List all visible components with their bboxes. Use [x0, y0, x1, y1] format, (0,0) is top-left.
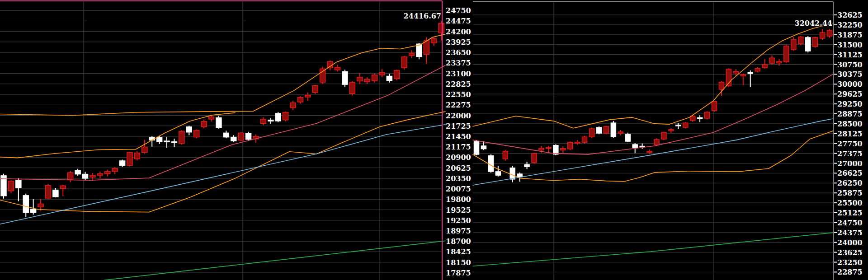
- right-chart-candle[interactable]: [517, 174, 522, 177]
- left-chart-candle[interactable]: [45, 186, 51, 198]
- right-chart-candle[interactable]: [632, 145, 637, 148]
- right-chart-candle[interactable]: [698, 117, 703, 118]
- right-chart-candle[interactable]: [590, 129, 594, 137]
- right-chart-candle[interactable]: [596, 127, 601, 133]
- right-chart-candle[interactable]: [791, 40, 796, 50]
- right-chart-candle[interactable]: [553, 145, 558, 154]
- left-chart-candle[interactable]: [283, 112, 288, 120]
- right-chart-candle[interactable]: [748, 72, 753, 74]
- left-chart-candle[interactable]: [38, 204, 43, 207]
- left-chart-candle[interactable]: [194, 130, 199, 137]
- left-chart-candle[interactable]: [157, 137, 162, 141]
- right-chart-candle[interactable]: [474, 141, 479, 154]
- right-chart-candle[interactable]: [784, 46, 789, 62]
- right-chart-candle[interactable]: [661, 132, 666, 139]
- right-chart-candle[interactable]: [827, 30, 832, 36]
- right-chart-candle[interactable]: [654, 140, 659, 145]
- right-chart-candle[interactable]: [769, 58, 774, 63]
- left-chart-candle[interactable]: [439, 23, 444, 33]
- right-chart-candle[interactable]: [503, 151, 508, 159]
- left-chart-candle[interactable]: [164, 141, 170, 142]
- left-chart-candle[interactable]: [60, 186, 66, 188]
- left-chart-candle[interactable]: [208, 117, 214, 119]
- right-chart-candle[interactable]: [820, 33, 825, 38]
- left-chart-candle[interactable]: [290, 103, 296, 108]
- left-chart-candle[interactable]: [349, 82, 355, 93]
- left-chart-candle[interactable]: [8, 181, 14, 191]
- right-chart-candle[interactable]: [561, 149, 566, 150]
- right-chart-candle[interactable]: [806, 37, 811, 51]
- right-chart-candle[interactable]: [575, 142, 580, 143]
- left-chart-candle[interactable]: [16, 180, 21, 188]
- left-chart-candle[interactable]: [424, 41, 429, 54]
- right-chart-candle[interactable]: [481, 146, 486, 149]
- left-chart-candle[interactable]: [127, 152, 132, 165]
- left-chart-candle[interactable]: [297, 98, 303, 102]
- left-chart-candle[interactable]: [216, 118, 222, 128]
- left-chart-candle[interactable]: [394, 70, 400, 79]
- right-chart-candle[interactable]: [813, 37, 818, 47]
- left-chart-candle[interactable]: [142, 147, 147, 153]
- left-chart-candle[interactable]: [186, 127, 192, 132]
- right-chart-candle[interactable]: [618, 132, 623, 133]
- right-chart-candle[interactable]: [733, 71, 738, 73]
- right-chart-candle[interactable]: [510, 168, 515, 179]
- left-chart-candle[interactable]: [171, 142, 177, 143]
- left-chart-candle[interactable]: [379, 73, 385, 75]
- right-chart-candle[interactable]: [705, 112, 710, 118]
- left-chart-candle[interactable]: [401, 57, 407, 68]
- right-chart-candle[interactable]: [683, 123, 688, 127]
- right-chart-candle[interactable]: [741, 75, 745, 76]
- right-chart-candle[interactable]: [539, 148, 544, 150]
- left-chart-candle[interactable]: [68, 173, 73, 180]
- left-chart-candle[interactable]: [387, 76, 392, 80]
- left-chart-candle[interactable]: [105, 172, 110, 174]
- right-chart-candle[interactable]: [669, 130, 674, 131]
- left-chart-candle[interactable]: [357, 77, 363, 81]
- left-chart-candle[interactable]: [372, 75, 377, 81]
- right-chart-candle[interactable]: [495, 172, 500, 175]
- right-chart-candle[interactable]: [647, 151, 652, 153]
- right-chart-candle[interactable]: [777, 61, 782, 63]
- left-chart-candle[interactable]: [238, 133, 244, 140]
- right-chart-candle[interactable]: [524, 164, 529, 167]
- left-chart-candle[interactable]: [201, 121, 207, 127]
- right-chart-candle[interactable]: [676, 125, 681, 126]
- left-chart-candle[interactable]: [97, 174, 103, 175]
- left-chart-candle[interactable]: [90, 175, 95, 177]
- left-chart-candle[interactable]: [260, 119, 266, 123]
- left-chart-candle[interactable]: [335, 67, 340, 70]
- right-chart-candle[interactable]: [712, 102, 717, 111]
- right-chart-candle[interactable]: [755, 69, 760, 71]
- right-chart-candle[interactable]: [488, 156, 493, 172]
- left-chart-candle[interactable]: [342, 71, 348, 84]
- left-chart-candle[interactable]: [223, 133, 229, 137]
- left-chart-candle[interactable]: [75, 170, 80, 174]
- right-chart-candle[interactable]: [546, 147, 551, 148]
- right-chart-candle[interactable]: [532, 154, 537, 163]
- left-chart-candle[interactable]: [275, 113, 281, 121]
- right-chart-candle[interactable]: [762, 65, 767, 68]
- left-chart-candle[interactable]: [431, 39, 437, 43]
- right-chart-candle[interactable]: [625, 134, 630, 141]
- left-chart-candle[interactable]: [312, 86, 318, 93]
- right-chart-candle[interactable]: [719, 82, 724, 89]
- right-chart-candle[interactable]: [568, 142, 573, 149]
- left-chart-candle[interactable]: [327, 61, 333, 68]
- left-chart-candle[interactable]: [120, 161, 125, 165]
- left-chart-candle[interactable]: [179, 131, 184, 144]
- left-chart-candle[interactable]: [231, 137, 236, 141]
- left-chart-candle[interactable]: [53, 190, 58, 197]
- left-chart-candle[interactable]: [305, 95, 311, 97]
- right-chart-candle[interactable]: [582, 137, 587, 142]
- right-chart-candle[interactable]: [798, 37, 803, 44]
- left-chart-candle[interactable]: [409, 53, 415, 56]
- left-chart-candle[interactable]: [31, 209, 36, 213]
- left-chart-candle[interactable]: [364, 79, 370, 82]
- left-chart-candle[interactable]: [268, 120, 274, 121]
- left-chart-candle[interactable]: [83, 174, 88, 178]
- left-chart-candle[interactable]: [246, 133, 251, 140]
- left-chart-candle[interactable]: [320, 69, 326, 82]
- left-chart-candle[interactable]: [134, 153, 140, 159]
- right-chart-candle[interactable]: [611, 123, 616, 137]
